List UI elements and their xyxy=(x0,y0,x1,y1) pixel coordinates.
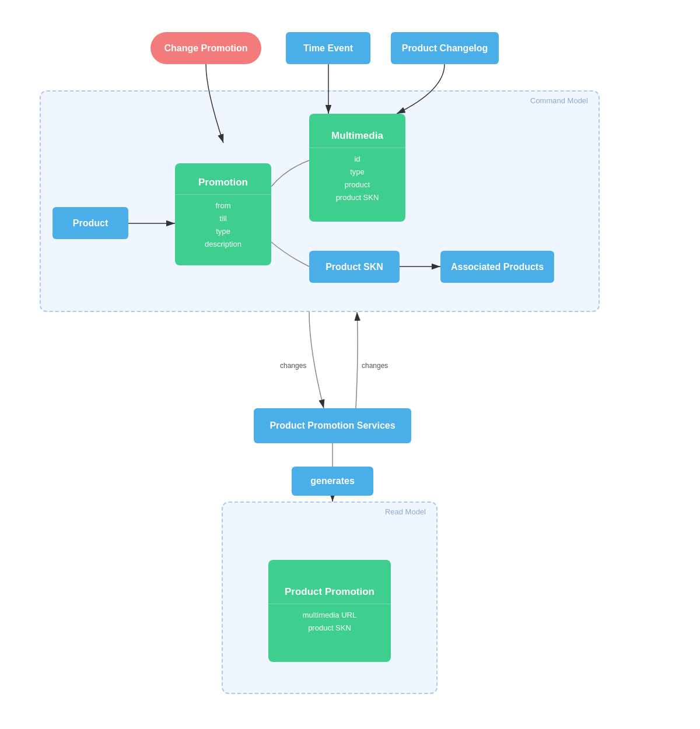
product-changelog-node: Product Changelog xyxy=(391,32,499,64)
product-promotion-title: Product Promotion xyxy=(268,578,391,604)
change-promotion-node: Change Promotion xyxy=(150,32,261,64)
product-node: Product xyxy=(52,207,128,239)
product-changelog-label: Product Changelog xyxy=(402,43,488,54)
generates-node: generates xyxy=(292,467,373,496)
time-event-label: Time Event xyxy=(303,43,353,54)
change-promotion-label: Change Promotion xyxy=(164,43,247,54)
multimedia-body: idtypeproductproduct SKN xyxy=(309,148,405,213)
generates-label: generates xyxy=(310,476,355,486)
product-promotion-body: multimedia URLproduct SKN xyxy=(268,604,391,644)
associated-products-node: Associated Products xyxy=(440,251,554,283)
product-promotion-services-node: Product Promotion Services xyxy=(254,408,411,443)
product-promotion-services-label: Product Promotion Services xyxy=(270,420,395,431)
product-skn-label: Product SKN xyxy=(326,262,383,272)
time-event-node: Time Event xyxy=(286,32,370,64)
changes-left-label: changes xyxy=(280,362,306,370)
promotion-node: Promotion fromtilltypedescription xyxy=(175,163,271,265)
product-promotion-node: Product Promotion multimedia URLproduct … xyxy=(268,560,391,662)
diagram-canvas: Command Model Read Model xyxy=(0,0,700,729)
product-skn-node: Product SKN xyxy=(309,251,400,283)
multimedia-node: Multimedia idtypeproductproduct SKN xyxy=(309,114,405,222)
multimedia-title: Multimedia xyxy=(309,122,405,148)
associated-products-label: Associated Products xyxy=(451,262,544,272)
changes-right-label: changes xyxy=(362,362,388,370)
multimedia-fields: idtypeproductproduct SKN xyxy=(320,153,395,204)
product-promotion-fields: multimedia URLproduct SKN xyxy=(279,609,380,635)
promotion-fields: fromtilltypedescription xyxy=(186,199,261,251)
promotion-title: Promotion xyxy=(175,169,271,194)
product-label: Product xyxy=(73,218,108,229)
promotion-body: fromtilltypedescription xyxy=(175,194,271,260)
read-model-label: Read Model xyxy=(385,507,426,516)
command-model-label: Command Model xyxy=(530,96,588,105)
